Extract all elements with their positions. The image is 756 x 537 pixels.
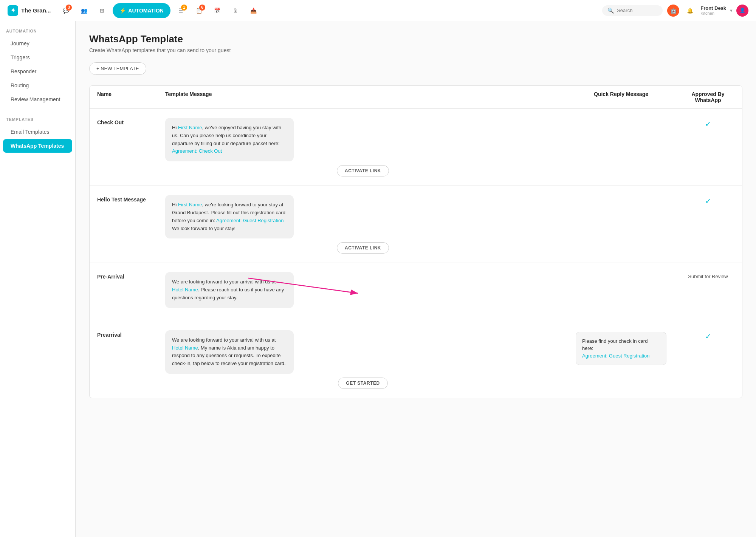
row-hello-quick-reply: [568, 186, 674, 206]
row-prearrival2-name: Prearrival: [90, 321, 158, 347]
table-header: Name Template Message Quick Reply Messag…: [90, 86, 742, 109]
nav-calendar[interactable]: 🗓: [228, 3, 243, 18]
nav-contacts[interactable]: 👥: [76, 3, 91, 18]
user-role: Kitchen: [700, 11, 726, 15]
nav-apps[interactable]: ⊞: [94, 3, 110, 18]
row-checkout-quick-reply: [568, 109, 674, 128]
chevron-down-icon: ▼: [729, 8, 733, 13]
prearrival2-hotel-name: Hotel Name: [172, 345, 198, 351]
app-layout: AUTOMATION Journey Triggers Responder Ro…: [0, 21, 756, 537]
svg-line-1: [248, 278, 358, 293]
nav-right: 🔍 🤖 🔔 Front Desk Kitchen ▼ 👤: [602, 5, 748, 17]
sidebar-item-email-templates[interactable]: Email Templates: [3, 125, 72, 139]
row-hello-approved: ✓: [674, 186, 742, 215]
sidebar: AUTOMATION Journey Triggers Responder Ro…: [0, 21, 76, 537]
prearrival2-quick-reply-link: Agreement: Guest Registration: [582, 353, 649, 359]
th-name: Name: [90, 86, 158, 108]
automation-label: AUTOMATION: [128, 8, 164, 14]
row-prearrival-name: Pre-Arrival: [90, 263, 158, 289]
sidebar-item-journey[interactable]: Journey: [3, 37, 72, 50]
hello-bubble: Hi First Name, we're looking forward to …: [165, 195, 294, 238]
main-content: WhatsApp Template Create WhatsApp templa…: [76, 21, 756, 537]
search-input[interactable]: [617, 8, 657, 13]
nav-calendar2[interactable]: 📋 6: [192, 3, 207, 18]
sidebar-item-whatsapp-templates[interactable]: WhatsApp Templates: [3, 139, 72, 153]
calendar-icon: 🗓: [233, 8, 238, 14]
search-box[interactable]: 🔍: [602, 5, 663, 16]
th-quick-reply: Quick Reply Message: [568, 86, 674, 108]
row-prearrival-quick-reply: [568, 263, 674, 283]
sidebar-item-review[interactable]: Review Management: [3, 93, 72, 106]
prearrival-hotel-name: Hotel Name: [172, 287, 198, 292]
inbox-icon: 📥: [250, 8, 257, 14]
row-checkout-message: Hi First Name, we've enjoyed having you …: [158, 109, 568, 186]
search-icon: 🔍: [607, 8, 614, 14]
row-checkout-approved: ✓: [674, 109, 742, 138]
checkout-activate-button[interactable]: ACTIVATE LINK: [337, 165, 389, 176]
row-prearrival-message: We are looking forward to your arrival w…: [158, 263, 568, 320]
tasks-badge: 1: [181, 5, 187, 11]
prearrival2-check-icon: ✓: [705, 332, 711, 341]
row-hello-message: Hi First Name, we're looking forward to …: [158, 186, 568, 263]
hello-first-name: First Name: [178, 202, 202, 207]
page-title: WhatsApp Template: [89, 33, 742, 45]
sidebar-automation-title: AUTOMATION: [0, 29, 75, 36]
table-row: Prearrival We are looking forward to you…: [90, 321, 742, 398]
sidebar-templates-title: TEMPLATES: [0, 113, 75, 125]
hello-activate-button[interactable]: ACTIVATE LINK: [337, 242, 389, 254]
nav-automation[interactable]: ⚡ AUTOMATION: [113, 3, 170, 18]
template-table: Name Template Message Quick Reply Messag…: [89, 85, 742, 398]
sidebar-item-routing[interactable]: Routing: [3, 79, 72, 92]
checkout-link: Agreement: Check Out: [172, 148, 222, 154]
checkout-bubble: Hi First Name, we've enjoyed having you …: [165, 118, 294, 161]
row-hello-name: Hello Test Message: [90, 186, 158, 212]
hello-check-icon: ✓: [705, 197, 711, 206]
checkout-first-name: First Name: [178, 125, 202, 130]
top-navigation: ✦ The Gran... 💬 3 👥 ⊞ ⚡ AUTOMATION ☰ 1 📋…: [0, 0, 756, 21]
nav-grid[interactable]: 📅: [210, 3, 225, 18]
nav-inbox[interactable]: 📥: [246, 3, 261, 18]
row-prearrival-approved: Submit for Review: [674, 263, 742, 288]
th-approved: Approved By WhatsApp: [674, 86, 742, 108]
hello-link: Agreement: Guest Registration: [216, 218, 284, 223]
avatar-initials: 👤: [739, 8, 745, 13]
checkout-check-icon: ✓: [705, 119, 711, 128]
user-avatar[interactable]: 👤: [736, 5, 748, 17]
sidebar-item-responder[interactable]: Responder: [3, 65, 72, 78]
calendar2-badge: 6: [199, 5, 205, 11]
user-name: Front Desk: [700, 5, 726, 11]
app-title: The Gran...: [21, 7, 51, 14]
automation-icon: ⚡: [119, 8, 126, 14]
row-prearrival2-approved: ✓: [674, 321, 742, 350]
row-prearrival2-message: We are looking forward to your arrival w…: [158, 321, 568, 398]
contacts-icon: 👥: [81, 8, 87, 14]
new-template-button[interactable]: + NEW TEMPLATE: [89, 62, 146, 75]
notification-bell[interactable]: 🔔: [684, 5, 696, 17]
grid-icon: 📅: [214, 8, 220, 14]
page-subtitle: Create WhatsApp templates that you can s…: [89, 47, 742, 53]
row-prearrival2-quick-reply: Please find your check in card here: Agr…: [568, 321, 674, 375]
submit-for-review-button[interactable]: Submit for Review: [688, 274, 728, 279]
table-row: Check Out Hi First Name, we've enjoyed h…: [90, 109, 742, 186]
prearrival2-bubble: We are looking forward to your arrival w…: [165, 330, 294, 374]
row-checkout-name: Check Out: [90, 109, 158, 135]
chat-badge: 3: [66, 5, 72, 11]
logo-icon: ✦: [8, 5, 18, 16]
th-message: Template Message: [158, 86, 568, 108]
nav-chat[interactable]: 💬 3: [58, 3, 73, 18]
apps-icon: ⊞: [100, 8, 104, 14]
bot-avatar[interactable]: 🤖: [667, 5, 679, 17]
arrow-annotation: [248, 274, 362, 297]
nav-tasks[interactable]: ☰ 1: [174, 3, 189, 18]
sidebar-item-triggers[interactable]: Triggers: [3, 51, 72, 64]
table-row: Hello Test Message Hi First Name, we're …: [90, 186, 742, 263]
nav-items: 💬 3 👥 ⊞ ⚡ AUTOMATION ☰ 1 📋 6 📅 🗓 📥: [58, 3, 602, 18]
prearrival2-get-started-button[interactable]: GET STARTED: [338, 378, 387, 389]
prearrival2-quick-reply-bubble: Please find your check in card here: Agr…: [576, 332, 666, 365]
table-row: Pre-Arrival We are looking forward to yo…: [90, 263, 742, 321]
user-info[interactable]: Front Desk Kitchen ▼ 👤: [700, 5, 748, 17]
app-logo[interactable]: ✦ The Gran...: [8, 5, 51, 16]
new-template-label: + NEW TEMPLATE: [96, 66, 139, 71]
